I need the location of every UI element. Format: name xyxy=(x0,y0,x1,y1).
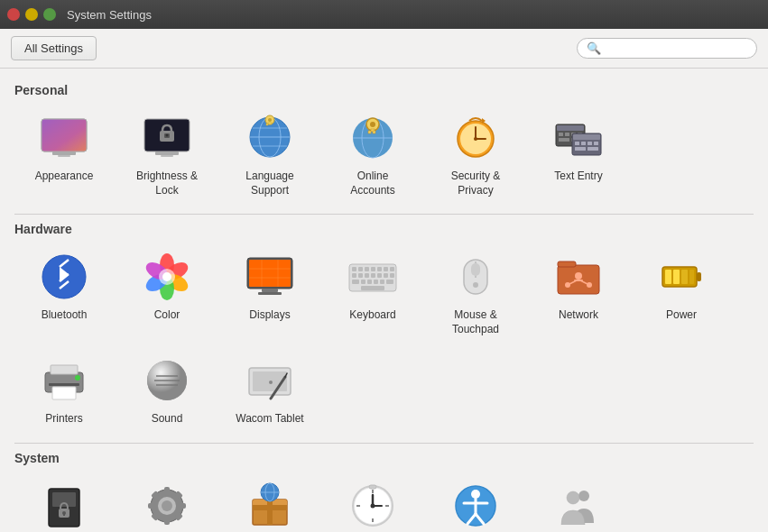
svg-rect-131 xyxy=(179,503,186,509)
svg-rect-82 xyxy=(352,280,359,284)
system-grid: Backups xyxy=(14,472,754,532)
wacom-tablet-label: Wacom Tablet xyxy=(236,412,303,427)
sidebar-item-power[interactable]: Power xyxy=(632,243,731,344)
sidebar-item-details[interactable]: Details xyxy=(117,472,217,532)
svg-point-58 xyxy=(162,272,171,281)
svg-rect-72 xyxy=(377,267,382,271)
svg-rect-84 xyxy=(367,280,372,284)
personal-grid: Appearance Brightness &Lock xyxy=(14,105,754,205)
sidebar-item-color[interactable]: Color xyxy=(117,243,217,344)
svg-rect-71 xyxy=(371,267,375,271)
text-entry-label: Text Entry xyxy=(554,170,602,184)
svg-rect-69 xyxy=(358,267,363,271)
svg-rect-128 xyxy=(164,487,170,494)
color-label: Color xyxy=(154,308,180,323)
close-button[interactable] xyxy=(7,8,20,21)
brightness-lock-label: Brightness &Lock xyxy=(136,170,198,197)
svg-point-162 xyxy=(567,491,579,504)
sidebar-item-appearance[interactable]: Appearance xyxy=(14,105,114,205)
svg-rect-43 xyxy=(575,142,579,145)
sidebar-item-time-date[interactable]: Time & Date xyxy=(323,472,422,532)
svg-point-92 xyxy=(473,282,478,288)
sidebar-item-backups[interactable]: Backups xyxy=(14,472,114,532)
brightness-lock-icon xyxy=(143,114,191,162)
sidebar-item-software-updates[interactable]: Software &Updates xyxy=(220,472,319,532)
window-title: System Settings xyxy=(67,8,152,22)
titlebar: System Settings xyxy=(0,0,768,29)
svg-rect-108 xyxy=(51,365,78,374)
svg-point-16 xyxy=(268,118,272,122)
svg-rect-78 xyxy=(371,273,375,278)
divider-system xyxy=(14,443,754,444)
language-support-icon xyxy=(245,114,294,162)
maximize-button[interactable] xyxy=(43,8,56,21)
svg-rect-91 xyxy=(471,263,480,276)
power-icon xyxy=(657,252,706,301)
security-privacy-icon xyxy=(451,114,500,162)
svg-rect-77 xyxy=(365,273,369,278)
svg-rect-68 xyxy=(352,267,356,271)
svg-rect-141 xyxy=(253,505,287,510)
online-accounts-icon xyxy=(348,114,397,162)
svg-rect-94 xyxy=(558,261,576,267)
sidebar-item-security-privacy[interactable]: Security &Privacy xyxy=(426,105,525,205)
displays-icon xyxy=(245,252,294,301)
sidebar-item-sound[interactable]: Sound xyxy=(117,347,217,434)
svg-rect-110 xyxy=(49,383,79,386)
svg-rect-83 xyxy=(361,280,365,284)
svg-rect-45 xyxy=(588,142,592,145)
sidebar-item-online-accounts[interactable]: OnlineAccounts xyxy=(323,105,422,205)
svg-rect-87 xyxy=(386,280,393,284)
sidebar-item-network[interactable]: Network xyxy=(529,243,628,344)
svg-rect-85 xyxy=(374,280,378,284)
sidebar-item-language-support[interactable]: LanguageSupport xyxy=(220,105,319,205)
svg-point-95 xyxy=(575,272,582,280)
sidebar-item-mouse-touchpad[interactable]: Mouse &Touchpad xyxy=(426,243,525,344)
svg-rect-109 xyxy=(52,387,76,399)
user-accounts-icon xyxy=(554,482,603,530)
search-input[interactable] xyxy=(601,41,753,55)
bluetooth-icon xyxy=(40,252,88,301)
mouse-icon xyxy=(451,252,500,301)
sidebar-item-text-entry[interactable]: Text Entry xyxy=(529,105,628,205)
svg-rect-42 xyxy=(573,134,600,140)
hardware-grid: Bluetooth Color xyxy=(14,243,754,434)
text-entry-icon xyxy=(554,114,603,162)
svg-rect-102 xyxy=(697,272,701,281)
sidebar-item-keyboard[interactable]: Keyboard xyxy=(323,243,422,344)
svg-rect-100 xyxy=(574,280,583,281)
svg-rect-47 xyxy=(575,147,586,151)
sidebar-item-printers[interactable]: Printers xyxy=(14,347,114,434)
printers-icon xyxy=(40,356,88,405)
svg-rect-74 xyxy=(390,267,394,271)
svg-point-161 xyxy=(578,491,589,501)
svg-rect-3 xyxy=(58,155,70,157)
svg-point-31 xyxy=(474,137,477,141)
svg-rect-129 xyxy=(164,518,170,525)
svg-rect-126 xyxy=(63,513,65,516)
details-icon xyxy=(143,482,191,530)
svg-rect-26 xyxy=(373,131,375,133)
keyboard-icon xyxy=(348,252,397,301)
sidebar-item-displays[interactable]: Displays xyxy=(220,243,319,344)
time-date-icon xyxy=(348,482,397,530)
svg-rect-75 xyxy=(352,273,356,278)
sidebar-item-universal-access[interactable]: UniversalAccess xyxy=(426,472,525,532)
power-label: Power xyxy=(666,308,697,323)
network-label: Network xyxy=(559,308,598,323)
svg-rect-39 xyxy=(559,138,569,142)
sidebar-item-user-accounts[interactable]: UserAccounts xyxy=(529,472,628,532)
sidebar-item-wacom-tablet[interactable]: Wacom Tablet xyxy=(220,347,319,434)
svg-rect-79 xyxy=(377,273,382,278)
sound-icon xyxy=(143,356,191,405)
minimize-button[interactable] xyxy=(25,8,38,21)
search-box: 🔍 xyxy=(577,38,757,59)
sidebar-item-brightness-lock[interactable]: Brightness &Lock xyxy=(117,105,217,205)
svg-point-23 xyxy=(370,122,375,127)
svg-rect-123 xyxy=(52,492,76,507)
svg-point-111 xyxy=(75,375,80,381)
svg-rect-17 xyxy=(268,123,272,124)
keyboard-label: Keyboard xyxy=(349,308,395,323)
sidebar-item-bluetooth[interactable]: Bluetooth xyxy=(14,243,114,344)
all-settings-button[interactable]: All Settings xyxy=(11,36,97,60)
